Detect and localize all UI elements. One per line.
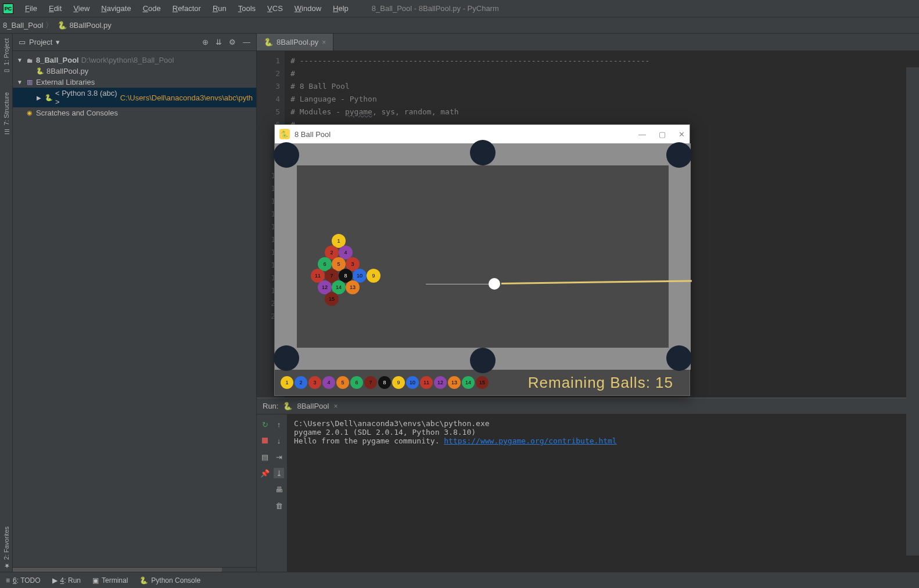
pool-table: 124653117810912141315 bbox=[275, 143, 691, 370]
hide-icon[interactable]: — bbox=[243, 38, 250, 46]
tree-scratches[interactable]: ◉ Scratches and Consoles bbox=[13, 107, 256, 118]
menu-window[interactable]: Window bbox=[289, 4, 327, 13]
project-tool-button[interactable]: ▭ 1: Project bbox=[2, 38, 10, 75]
run-header: Run: 🐍 8BallPool × bbox=[257, 398, 919, 414]
minimize-icon[interactable]: — bbox=[638, 130, 646, 139]
caret-down-icon[interactable]: ▼ bbox=[16, 79, 23, 85]
up-icon[interactable]: ↑ bbox=[274, 419, 284, 430]
project-panel-title[interactable]: Project bbox=[29, 38, 52, 46]
menu-help[interactable]: Help bbox=[327, 4, 354, 13]
status-ball-4: 4 bbox=[322, 376, 335, 389]
menu-run[interactable]: Run bbox=[207, 4, 232, 13]
project-scrollbar[interactable] bbox=[13, 567, 256, 572]
breadcrumb-file[interactable]: 🐍 8BallPool.py bbox=[58, 21, 111, 30]
close-icon[interactable]: × bbox=[333, 402, 338, 410]
console-output[interactable]: C:\Users\Dell\anaconda3\envs\abc\python.… bbox=[287, 414, 919, 572]
trash-icon[interactable]: 🗑 bbox=[274, 500, 284, 511]
pygame-link[interactable]: https://www.pygame.org/contribute.html bbox=[444, 437, 616, 445]
status-ball-1: 1 bbox=[281, 376, 293, 389]
editor-tabs: 🐍 8BallPool.py × bbox=[257, 34, 919, 51]
library-icon: ▥ bbox=[26, 78, 34, 86]
cue-ball[interactable] bbox=[489, 278, 500, 290]
caret-down-icon[interactable]: ▼ bbox=[16, 57, 23, 63]
play-icon: ▶ bbox=[52, 576, 58, 585]
aim-line bbox=[426, 284, 489, 284]
menu-tools[interactable]: Tools bbox=[232, 4, 261, 13]
tree-root[interactable]: ▼ 🖿 8_Ball_Pool D:\work\python\8_Ball_Po… bbox=[13, 55, 256, 66]
menu-vcs[interactable]: VCS bbox=[261, 4, 289, 13]
breadcrumb-bar: 8_Ball_Pool 〉 🐍 8BallPool.py bbox=[0, 17, 919, 34]
close-icon[interactable]: ✕ bbox=[679, 130, 685, 139]
pygame-icon: 🐍 bbox=[279, 129, 290, 139]
scroll-icon[interactable]: ⤓ bbox=[274, 468, 284, 478]
python-file-icon: 🐍 bbox=[283, 402, 292, 410]
status-ball-12: 12 bbox=[434, 376, 447, 389]
pool-ball-9: 9 bbox=[367, 269, 380, 283]
tree-python-interpreter[interactable]: ▶ 🐍 < Python 3.8 (abc) > C:\Users\Dell\a… bbox=[13, 88, 256, 107]
status-ball-2: 2 bbox=[295, 376, 307, 389]
run-button[interactable]: ▶ 4: Run bbox=[52, 576, 81, 585]
tree-file[interactable]: 🐍 8BallPool.py bbox=[13, 66, 256, 77]
status-ball-15: 15 bbox=[476, 376, 489, 389]
run-config-name[interactable]: 8BallPool bbox=[297, 402, 329, 410]
status-ball-5: 5 bbox=[336, 376, 349, 389]
status-ball-13: 13 bbox=[448, 376, 461, 389]
menu-file[interactable]: File bbox=[19, 4, 43, 13]
status-ball-14: 14 bbox=[462, 376, 475, 389]
python-file-icon: 🐍 bbox=[36, 67, 44, 75]
target-icon[interactable]: ⊕ bbox=[202, 38, 209, 46]
project-icon: ▭ bbox=[2, 67, 10, 75]
scratches-icon: ◉ bbox=[26, 109, 34, 117]
stop-button[interactable] bbox=[260, 435, 270, 446]
todo-button[interactable]: ≡ 6: TODO bbox=[6, 576, 41, 585]
maximize-icon[interactable]: ▢ bbox=[659, 130, 666, 139]
collapse-icon[interactable]: ⇊ bbox=[216, 38, 222, 46]
pool-ball-13: 13 bbox=[346, 280, 360, 294]
structure-icon: ☰ bbox=[2, 128, 10, 135]
wrap-icon[interactable]: ⇥ bbox=[274, 452, 284, 462]
menu-refactor[interactable]: Refactor bbox=[167, 4, 207, 13]
rerun-icon[interactable]: ↻ bbox=[260, 419, 270, 430]
status-ball-9: 9 bbox=[392, 376, 405, 389]
right-tool-strip bbox=[906, 67, 919, 555]
status-ball-7: 7 bbox=[364, 376, 377, 389]
print-icon[interactable]: 🖶 bbox=[274, 484, 284, 495]
pool-felt[interactable]: 124653117810912141315 bbox=[297, 165, 669, 348]
breadcrumb-root[interactable]: 8_Ball_Pool 〉 bbox=[3, 20, 53, 31]
pygame-window: 🐍 8 Ball Pool — ▢ ✕ 12465311781091214131… bbox=[274, 124, 690, 396]
python-file-icon: 🐍 bbox=[58, 21, 67, 30]
structure-tool-button[interactable]: ☰ 7: Structure bbox=[2, 92, 10, 135]
pin-icon[interactable]: 📌 bbox=[260, 468, 270, 478]
menu-code[interactable]: Code bbox=[137, 4, 167, 13]
pycharm-icon: PC bbox=[3, 3, 13, 14]
close-icon[interactable]: × bbox=[322, 38, 326, 46]
terminal-button[interactable]: ▣ Terminal bbox=[92, 576, 128, 585]
caret-right-icon[interactable]: ▶ bbox=[36, 95, 42, 101]
menu-view[interactable]: View bbox=[67, 4, 95, 13]
menu-edit[interactable]: Edit bbox=[43, 4, 67, 13]
layout-icon[interactable]: ▤ bbox=[260, 452, 270, 462]
gear-icon[interactable]: ⚙ bbox=[229, 38, 236, 46]
menu-navigate[interactable]: Navigate bbox=[95, 4, 137, 13]
python-console-button[interactable]: 🐍 Python Console bbox=[139, 576, 200, 585]
cue-stick[interactable] bbox=[501, 280, 692, 284]
menu-bar: PC FileEditViewNavigateCodeRefactorRunTo… bbox=[0, 0, 919, 17]
status-ball-3: 3 bbox=[308, 376, 321, 389]
pool-ball-15: 15 bbox=[325, 292, 339, 306]
pygame-title: 8 Ball Pool bbox=[295, 130, 331, 139]
status-ball-8: 8 bbox=[378, 376, 391, 389]
dropdown-icon[interactable]: ▾ bbox=[56, 38, 60, 46]
down-icon[interactable]: ↓ bbox=[274, 435, 284, 446]
ball-status-strip: 123456789101112131415 Remaining Balls: 1… bbox=[275, 370, 690, 395]
run-tool-window: Run: 🐍 8BallPool × ↻ ▤ 📌 ↑ bbox=[257, 398, 919, 572]
remaining-balls-label: Remaining Balls: 15 bbox=[528, 374, 684, 392]
pygame-canvas[interactable]: 124653117810912141315 123456789101112131… bbox=[275, 143, 690, 395]
terminal-icon: ▣ bbox=[92, 576, 99, 585]
list-icon: ≡ bbox=[6, 576, 10, 585]
editor-tab[interactable]: 🐍 8BallPool.py × bbox=[257, 34, 333, 50]
favorites-tool-button[interactable]: ★ 2: Favorites bbox=[0, 526, 13, 569]
tree-external-libs[interactable]: ▼ ▥ External Libraries bbox=[13, 77, 256, 88]
status-ball-10: 10 bbox=[406, 376, 419, 389]
project-panel-header: ▭ Project ▾ ⊕ ⇊ ⚙ — bbox=[13, 34, 256, 51]
run-toolbar: ↻ ▤ 📌 ↑ ↓ ⇥ ⤓ 🖶 🗑 bbox=[257, 414, 287, 572]
